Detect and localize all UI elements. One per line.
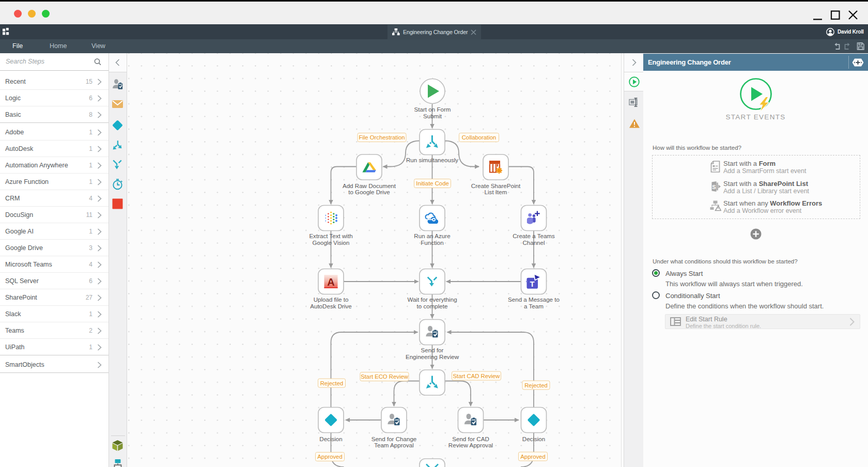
svg-text:to complete: to complete <box>417 303 448 309</box>
svg-text:Wait for everything: Wait for everything <box>407 296 457 303</box>
svg-text:Approved: Approved <box>520 454 545 460</box>
svg-text:Channel: Channel <box>522 239 545 246</box>
svg-text:Run simultaneously: Run simultaneously <box>406 157 458 163</box>
svg-text:Start on Form: Start on Form <box>414 106 451 113</box>
svg-text:List Item: List Item <box>485 189 507 195</box>
svg-text:Submit: Submit <box>423 113 442 119</box>
svg-text:Upload file to: Upload file to <box>314 296 349 303</box>
svg-text:Approved: Approved <box>317 454 342 460</box>
svg-text:to Google Drive: to Google Drive <box>348 189 390 195</box>
svg-text:Create SharePoint: Create SharePoint <box>471 182 521 189</box>
svg-text:T: T <box>530 279 534 288</box>
svg-text:Collaboration: Collaboration <box>462 134 497 141</box>
svg-text:S: S <box>712 184 716 190</box>
svg-text:Google Vision: Google Vision <box>313 239 350 246</box>
svg-text:Rejected: Rejected <box>524 382 548 388</box>
svg-text:AutoDesk Drive: AutoDesk Drive <box>310 303 352 309</box>
svg-text:Extract Text with: Extract Text with <box>309 232 352 239</box>
svg-text:Create a Teams: Create a Teams <box>513 232 555 239</box>
svg-text:File Orchestration: File Orchestration <box>359 134 405 141</box>
svg-text:Send for: Send for <box>421 347 444 353</box>
svg-text:Run an Azure: Run an Azure <box>414 232 450 239</box>
svg-text:Review Approval: Review Approval <box>448 442 493 448</box>
svg-text:Decision: Decision <box>319 435 342 442</box>
svg-text:Add Raw Document: Add Raw Document <box>343 182 396 189</box>
svg-text:Function: Function <box>421 239 443 246</box>
svg-text:Engineering Review: Engineering Review <box>406 353 459 360</box>
svg-text:A: A <box>327 276 334 288</box>
svg-text:Send a Message to: Send a Message to <box>508 296 560 303</box>
svg-text:Decision: Decision <box>522 435 545 442</box>
svg-text:Start ECO Review: Start ECO Review <box>361 373 408 380</box>
svg-text:Start CAD Review: Start CAD Review <box>453 373 500 379</box>
svg-text:a Team: a Team <box>524 303 544 309</box>
svg-text:Initiate Code: Initiate Code <box>416 180 448 186</box>
svg-text:Team Approval: Team Approval <box>374 442 414 448</box>
svg-text:Rejected: Rejected <box>320 380 344 386</box>
